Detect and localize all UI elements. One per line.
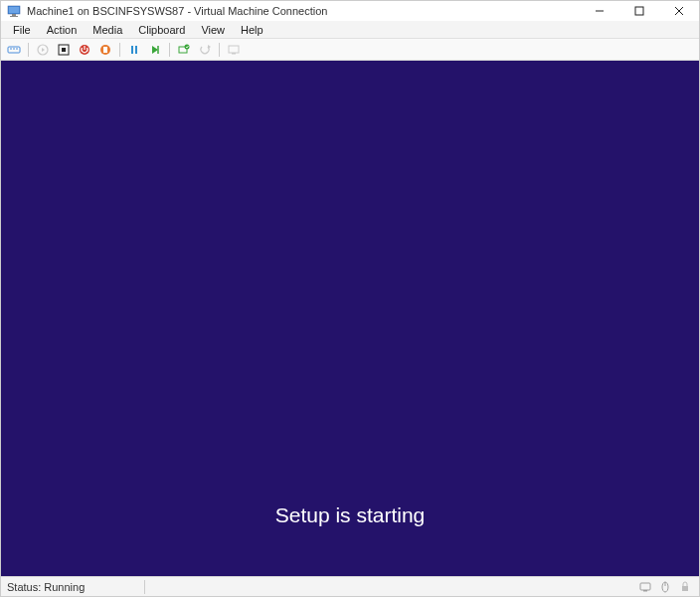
svg-rect-8: [8, 47, 20, 53]
titlebar[interactable]: Machine1 on BSCINFSYSWS87 - Virtual Mach…: [1, 1, 699, 21]
maximize-button[interactable]: [619, 1, 659, 21]
svg-point-25: [185, 44, 190, 49]
display-config-icon: [637, 579, 653, 595]
minimize-button[interactable]: [580, 1, 619, 21]
svg-rect-29: [640, 583, 650, 590]
app-icon: [7, 4, 21, 18]
menubar: File Action Media Clipboard View Help: [1, 21, 699, 39]
mouse-icon: [657, 579, 673, 595]
svg-rect-28: [232, 53, 236, 55]
enhanced-session-button: [225, 41, 243, 59]
start-button: [34, 41, 52, 59]
menu-view[interactable]: View: [193, 24, 233, 36]
svg-rect-20: [131, 46, 133, 54]
window-controls: [580, 1, 699, 21]
menu-media[interactable]: Media: [85, 24, 130, 36]
svg-rect-3: [10, 16, 18, 17]
svg-marker-22: [152, 46, 158, 54]
checkpoint-button[interactable]: [175, 41, 193, 59]
status-separator: [144, 580, 145, 594]
pause-button[interactable]: [125, 41, 143, 59]
ctrl-alt-del-button[interactable]: [5, 41, 23, 59]
svg-rect-21: [135, 46, 137, 54]
toolbar: [1, 39, 699, 61]
reset-button[interactable]: [146, 41, 164, 59]
statusbar: Status: Running: [1, 576, 699, 596]
status-text: Status: Running: [7, 581, 85, 593]
menu-help[interactable]: Help: [233, 24, 271, 36]
toolbar-separator: [119, 43, 120, 57]
svg-rect-5: [635, 7, 643, 15]
menu-file[interactable]: File: [5, 24, 39, 36]
setup-message: Setup is starting: [275, 503, 426, 527]
svg-rect-2: [12, 14, 16, 16]
svg-rect-27: [229, 46, 239, 53]
svg-rect-15: [62, 48, 66, 52]
lock-icon: [677, 579, 693, 595]
vm-display[interactable]: Setup is starting: [1, 61, 699, 576]
menu-clipboard[interactable]: Clipboard: [130, 24, 193, 36]
toolbar-separator: [28, 43, 29, 57]
shutdown-button[interactable]: [76, 41, 93, 59]
svg-marker-13: [42, 48, 45, 52]
svg-rect-30: [643, 590, 647, 592]
svg-rect-1: [9, 7, 19, 13]
menu-action[interactable]: Action: [39, 24, 86, 36]
turnoff-button[interactable]: [55, 41, 73, 59]
window-title: Machine1 on BSCINFSYSWS87 - Virtual Mach…: [27, 5, 580, 17]
save-button[interactable]: [96, 41, 114, 59]
svg-rect-33: [682, 586, 688, 591]
revert-button: [196, 41, 214, 59]
toolbar-separator: [169, 43, 170, 57]
svg-rect-19: [103, 47, 107, 53]
toolbar-separator: [219, 43, 220, 57]
close-button[interactable]: [659, 1, 699, 21]
